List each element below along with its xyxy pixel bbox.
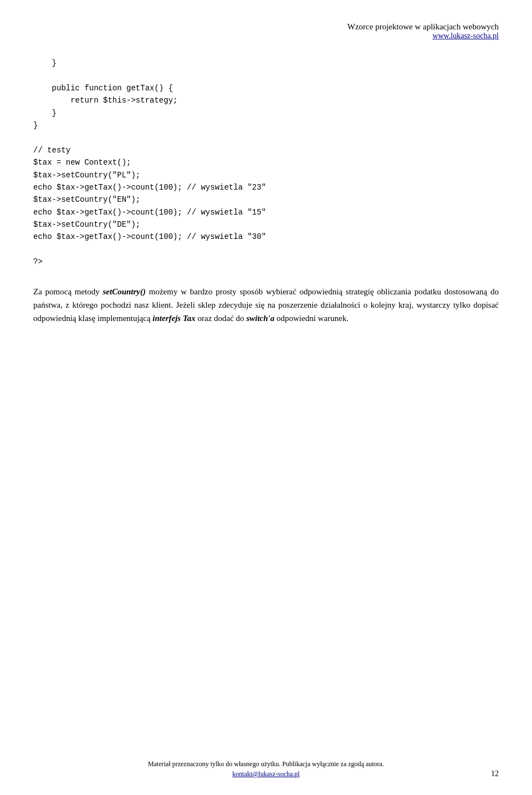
page-header: Wzorce projektowe w aplikacjach webowych… [33, 22, 499, 40]
prose-interfejs-tax: interfejs Tax [152, 314, 195, 323]
header-url[interactable]: www.lukasz-socha.pl [33, 32, 499, 40]
page-container: Wzorce projektowe w aplikacjach webowych… [0, 0, 532, 795]
prose-text-1: Za pomocą metody setCountry() możemy w b… [33, 287, 499, 323]
page-footer: Materiał przeznaczony tylko do własnego … [33, 760, 499, 778]
footer-text: Materiał przeznaczony tylko do własnego … [33, 760, 499, 768]
page-number: 12 [491, 769, 499, 778]
footer-link[interactable]: kontakt@lukasz-socha.pl [232, 770, 299, 778]
prose-paragraph: Za pomocą metody setCountry() możemy w b… [33, 285, 499, 325]
code-block: } public function getTax() { return $thi… [33, 57, 499, 268]
prose-section: Za pomocą metody setCountry() możemy w b… [33, 285, 499, 325]
header-title: Wzorce projektowe w aplikacjach webowych [33, 22, 499, 32]
prose-setcountry: setCountry() [103, 287, 146, 296]
prose-switcha: switch'a [246, 314, 274, 323]
